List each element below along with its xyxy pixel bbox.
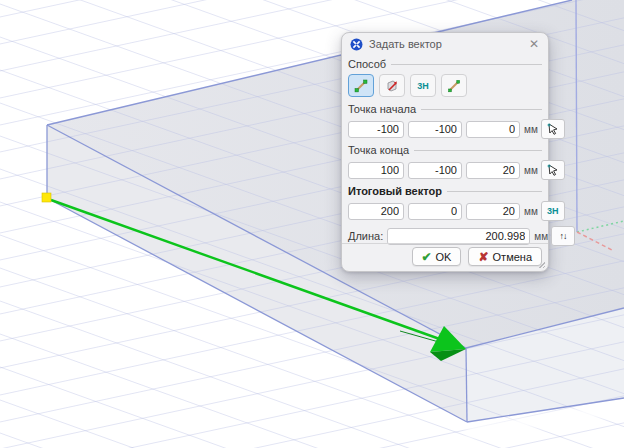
app-logo-icon: [350, 38, 363, 51]
length-direction-button[interactable]: ↑↓: [551, 226, 575, 246]
end-y-field[interactable]: [408, 162, 462, 179]
result-coord-row: мм 3H: [348, 201, 542, 221]
app-window: Задать вектор ✕ Способ: [0, 0, 624, 448]
start-x-field[interactable]: [348, 121, 404, 138]
end-unit-label: мм: [524, 165, 538, 176]
up-down-icon: ↑↓: [560, 231, 567, 241]
method-by-components-button[interactable]: 3H: [410, 74, 436, 97]
dialog-separator: [342, 243, 548, 244]
method-by-object-button[interactable]: [379, 74, 405, 97]
end-x-field[interactable]: [348, 162, 404, 179]
segment-icon: [446, 78, 462, 94]
result-x-field[interactable]: [348, 203, 404, 220]
two-points-icon: [353, 78, 369, 94]
method-group-label: Способ: [348, 58, 542, 70]
length-label: Длина:: [348, 230, 383, 242]
set-vector-dialog: Задать вектор ✕ Способ: [341, 32, 549, 272]
components-icon: 3H: [417, 81, 429, 91]
resize-grip[interactable]: [537, 260, 545, 268]
end-z-field[interactable]: [466, 162, 520, 179]
dialog-title: Задать вектор: [369, 38, 529, 50]
pick-cursor-icon: [546, 163, 560, 177]
object-vector-icon: [384, 78, 400, 94]
result-unit-label: мм: [524, 206, 538, 217]
method-toolbar: 3H: [348, 74, 542, 97]
start-point-marker[interactable]: [42, 193, 51, 202]
length-field[interactable]: [387, 228, 530, 245]
start-coord-row: мм: [348, 119, 542, 139]
method-segment-button[interactable]: [441, 74, 467, 97]
pick-cursor-icon: [546, 122, 560, 136]
start-unit-label: мм: [524, 124, 538, 135]
start-group-label: Точка начала: [348, 103, 542, 115]
method-two-points-button[interactable]: [348, 74, 374, 97]
result-group-label: Итоговый вектор: [348, 185, 542, 197]
components-icon: 3H: [547, 206, 559, 216]
dialog-titlebar[interactable]: Задать вектор ✕: [342, 33, 548, 55]
start-z-field[interactable]: [466, 121, 520, 138]
end-group-label: Точка конца: [348, 144, 542, 156]
end-coord-row: мм: [348, 160, 542, 180]
pick-end-point-button[interactable]: [541, 160, 565, 180]
start-y-field[interactable]: [408, 121, 462, 138]
cancel-button[interactable]: ✘ Отмена: [468, 247, 542, 266]
length-unit-label: мм: [534, 231, 548, 242]
pick-start-point-button[interactable]: [541, 119, 565, 139]
result-y-field[interactable]: [408, 203, 462, 220]
check-icon: ✔: [422, 250, 432, 264]
close-icon[interactable]: ✕: [529, 38, 539, 50]
result-z-field[interactable]: [466, 203, 520, 220]
result-components-button[interactable]: 3H: [541, 201, 565, 221]
cross-icon: ✘: [478, 250, 488, 264]
ok-button[interactable]: ✔ OK: [412, 247, 462, 266]
axis-z-line: [576, 0, 577, 232]
dialog-actions: ✔ OK ✘ Отмена: [412, 247, 543, 266]
